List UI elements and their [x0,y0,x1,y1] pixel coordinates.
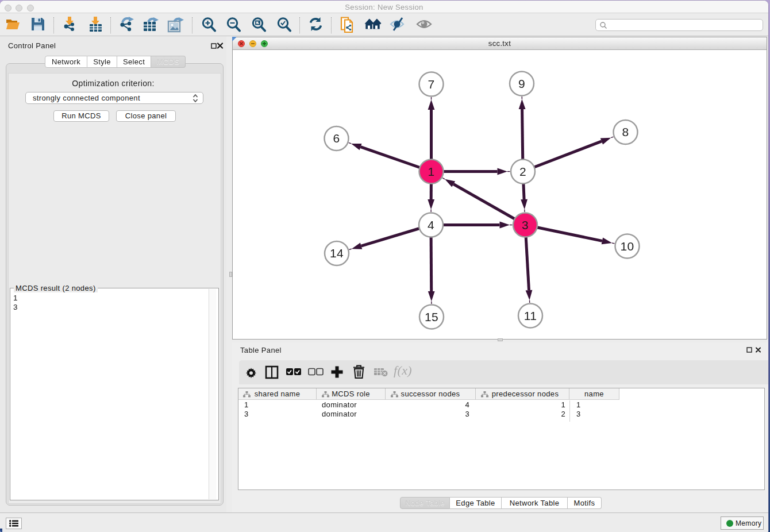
svg-text:14: 14 [330,246,344,260]
svg-text:7: 7 [428,78,434,91]
svg-text:8: 8 [622,125,629,138]
svg-text:6: 6 [333,132,340,145]
svg-text:3: 3 [522,218,529,232]
svg-text:11: 11 [524,309,537,322]
svg-text:2: 2 [519,165,526,178]
svg-text:15: 15 [425,310,438,323]
svg-text:1: 1 [428,165,434,178]
svg-text:9: 9 [518,77,525,90]
svg-text:4: 4 [428,218,434,232]
svg-text:10: 10 [620,240,634,253]
